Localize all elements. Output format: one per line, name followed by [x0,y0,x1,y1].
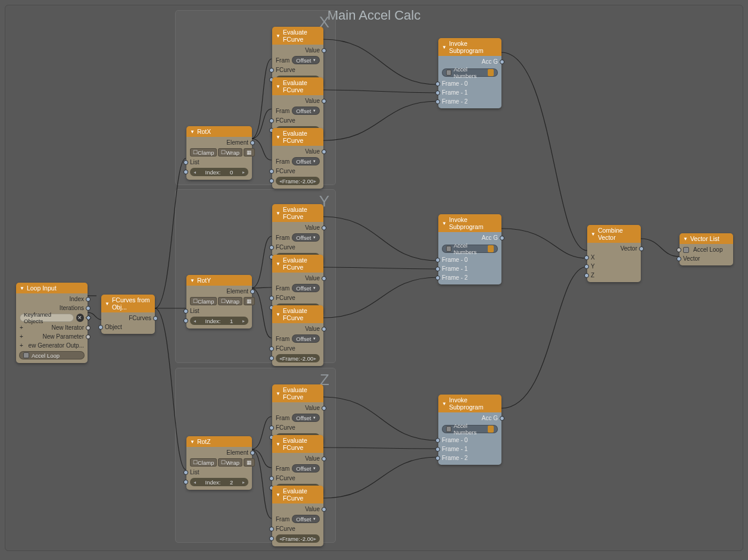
eval-out: Value [305,148,320,155]
eval-frame-field[interactable]: ◂Frame:-2.00▸ [276,534,320,543]
rotx-clamp-toggle[interactable]: ☐Clamp [190,148,217,157]
rotx-wrap-toggle[interactable]: ☐Wrap [218,148,242,157]
fcurves-out: FCurves [129,315,151,321]
invoke-header[interactable]: ▼Invoke Subprogram [438,38,501,56]
eval-fcurve-in: FCurve [276,117,295,124]
rotx-options[interactable]: ▦ [244,148,255,157]
invoke-header[interactable]: ▼Invoke Subprogram [438,395,501,412]
eval-title: Evaluate FCurve [283,79,320,93]
eval-header[interactable]: ▼Evaluate FCurve [272,27,323,45]
invoke-title: Invoke Subprogram [449,216,498,230]
rotx-node[interactable]: ▼RotX Element ☐Clamp ☐Wrap ▦ List ◂Index… [186,126,252,180]
keyframed-objects[interactable]: Keyframed Objects [20,314,74,322]
eval-header[interactable]: ▼Evaluate FCurve [272,384,323,402]
eval-fcurve-in: FCurve [276,295,295,301]
new-generator-output[interactable]: ew Generator Outp... [29,342,84,349]
eval-title: Evaluate FCurve [283,437,320,451]
rotz-index[interactable]: ◂Index:2▸ [190,478,248,486]
eval-title: Evaluate FCurve [283,206,320,220]
roty-options[interactable]: ▦ [244,297,255,305]
eval-out: Value [305,47,320,54]
rotz-element: Element [226,449,248,456]
remove-icon[interactable]: ✕ [76,314,84,322]
eval-frame-field[interactable]: ◂Frame:-2.00▸ [276,354,320,362]
eval-header[interactable]: ▼Evaluate FCurve [272,486,323,503]
invoke-out: Acc G [482,415,498,421]
eval-out: Value [305,455,320,462]
rotz-clamp-toggle[interactable]: ☐Clamp [190,458,217,467]
eval-out: Value [305,405,320,411]
roty-index[interactable]: ◂Index:1▸ [190,317,248,325]
rotz-node[interactable]: ▼RotZ Element ☐Clamp ☐Wrap ▦ List ◂Index… [186,436,252,490]
eval-offset-select[interactable]: Offset ▾ [292,107,319,115]
eval-offset-select[interactable]: Offset ▾ [292,233,319,242]
roty-node[interactable]: ▼RotY Element ☐Clamp ☐Wrap ▦ List ◂Index… [186,275,252,329]
invoke-f2: Frame - 2 [442,274,468,281]
combine-z: Z [591,272,594,279]
eval-title: Evaluate FCurve [283,307,320,321]
combine-title: Combine Vector [598,227,637,241]
eval-header[interactable]: ▼Evaluate FCurve [272,204,323,222]
rotx-title: RotX [197,128,211,135]
new-parameter[interactable]: New Parameter [43,333,84,340]
invoke-f0: Frame - 0 [442,437,468,443]
eval-header[interactable]: ▼Evaluate FCurve [272,128,323,146]
eval-fram: Fram [276,516,289,523]
eval-z2[interactable]: ▼Evaluate FCurve Value Fram Offset ▾ FCu… [272,486,323,546]
vector-list-node[interactable]: ▼Vector List Accel Loop Vector [680,233,733,265]
fcurves-header[interactable]: ▼FCurves from Obj... [101,295,155,312]
rotz-options[interactable]: ▦ [244,458,255,467]
invoke-f0: Frame - 0 [442,256,468,263]
invoke-y[interactable]: ▼Invoke Subprogram Acc G Accel Numbers F… [438,214,501,284]
invoke-subprogram-button[interactable]: Accel Numbers [442,245,498,253]
invoke-z[interactable]: ▼Invoke Subprogram Acc G Accel Numbers F… [438,395,501,465]
invoke-out: Acc G [482,234,498,241]
edit-icon[interactable] [488,426,494,433]
invoke-subprogram-button[interactable]: Accel Numbers [442,68,498,77]
invoke-f2: Frame - 2 [442,98,468,105]
invoke-header[interactable]: ▼Invoke Subprogram [438,214,501,232]
eval-header[interactable]: ▼Evaluate FCurve [272,77,323,95]
roty-clamp-toggle[interactable]: ☐Clamp [190,297,217,305]
loop-input-header[interactable]: ▼Loop Input [16,283,88,293]
eval-header[interactable]: ▼Evaluate FCurve [272,255,323,273]
eval-fram: Fram [276,234,289,241]
eval-offset-select[interactable]: Offset ▾ [292,56,319,64]
invoke-subprogram-button[interactable]: Accel Numbers [442,425,498,433]
eval-offset-select[interactable]: Offset ▾ [292,157,319,165]
rotz-list: List [190,469,200,475]
eval-offset-select[interactable]: Offset ▾ [292,284,319,292]
eval-fram: Fram [276,158,289,165]
eval-offset-select[interactable]: Offset ▾ [292,515,319,523]
roty-wrap-toggle[interactable]: ☐Wrap [218,297,242,305]
eval-fcurve-in: FCurve [276,525,295,532]
rotx-list: List [190,159,200,165]
eval-offset-select[interactable]: Offset ▾ [292,414,319,422]
rotz-title: RotZ [197,438,211,445]
eval-frame-field[interactable]: ◂Frame:-2.00▸ [276,177,320,185]
accel-loop-button[interactable]: Accel Loop [19,351,85,359]
invoke-out: Acc G [482,58,498,65]
eval-title: Evaluate FCurve [283,256,320,271]
invoke-x[interactable]: ▼Invoke Subprogram Acc G Accel Numbers F… [438,38,501,108]
loop-input-node[interactable]: ▼Loop Input Index Iterations Keyframed O… [16,283,88,363]
eval-fcurve-in: FCurve [276,244,295,251]
invoke-title: Invoke Subprogram [449,40,498,54]
eval-out: Value [305,98,320,104]
edit-icon[interactable] [488,69,494,76]
rotx-index[interactable]: ◂Index:0▸ [190,168,248,176]
eval-offset-select[interactable]: Offset ▾ [292,334,319,343]
roty-title: RotY [197,277,211,284]
eval-offset-select[interactable]: Offset ▾ [292,464,319,473]
edit-icon[interactable] [488,245,494,252]
eval-header[interactable]: ▼Evaluate FCurve [272,435,323,453]
combine-vector-node[interactable]: ▼Combine Vector Vector X Y Z [587,225,641,282]
eval-y2[interactable]: ▼Evaluate FCurve Value Fram Offset ▾ FCu… [272,305,323,366]
combine-y: Y [591,263,595,270]
eval-header[interactable]: ▼Evaluate FCurve [272,305,323,323]
rotz-wrap-toggle[interactable]: ☐Wrap [218,458,242,467]
new-iterator[interactable]: New Iterator [52,324,84,331]
eval-title: Evaluate FCurve [283,29,320,43]
eval-x2[interactable]: ▼Evaluate FCurve Value Fram Offset ▾ FCu… [272,128,323,189]
fcurves-from-object-node[interactable]: ▼FCurves from Obj... FCurves Object [101,295,155,334]
